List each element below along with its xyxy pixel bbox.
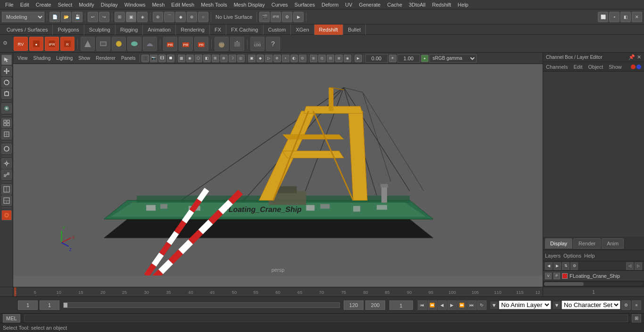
shelf-tab-fx[interactable]: FX (210, 24, 226, 35)
camera-btn3[interactable]: 🎞 (158, 55, 166, 62)
color-swatch-red[interactable] (631, 65, 636, 69)
shelf-tab-rendering[interactable]: Rendering (176, 24, 210, 35)
menu-redshift[interactable]: Redshift (429, 1, 454, 8)
object-type-7[interactable]: ⊙ (299, 55, 306, 62)
display-mode-8[interactable]: ◎ (237, 55, 245, 62)
menu-deform[interactable]: Deform (318, 1, 342, 8)
shelf-tab-animation[interactable]: Animation (143, 24, 176, 35)
command-line-input[interactable] (24, 315, 628, 322)
display-mode-2[interactable]: ◉ (186, 55, 194, 62)
char-set-settings[interactable]: ⚙ (621, 300, 631, 310)
vp-menu-renderer[interactable]: Renderer (93, 55, 118, 61)
rs-icon-11[interactable]: PR (179, 37, 193, 51)
menu-mesh[interactable]: Mesh (149, 1, 168, 8)
nurbs-circle-btn[interactable] (1, 144, 12, 154)
color-swatch-blue[interactable] (636, 65, 641, 69)
camera-btn4[interactable]: 🔲 (167, 55, 174, 62)
soft-select-btn[interactable] (1, 103, 12, 113)
render-view[interactable]: 🎬 (259, 12, 270, 22)
paint-sel[interactable]: ◈ (137, 12, 148, 22)
range-end-input[interactable] (344, 300, 363, 310)
layer-arrow-left[interactable]: ◀ (545, 262, 553, 270)
snap-view[interactable]: ⊗ (187, 12, 197, 22)
quick-layout-1[interactable] (1, 184, 12, 194)
command-expand-btn[interactable]: ⊞ (632, 314, 641, 323)
channel-tab-show[interactable]: Show (609, 63, 622, 71)
shelf-tab-rigging[interactable]: Rigging (116, 24, 143, 35)
close-panels[interactable]: ✕ (632, 12, 642, 22)
menu-windows[interactable]: Windows (121, 1, 149, 8)
rotate-tool-btn[interactable] (1, 77, 12, 88)
rs-icon-1[interactable]: RV (14, 37, 28, 51)
pb-step-back[interactable]: ⏪ (428, 300, 437, 310)
quick-layout-2[interactable] (1, 195, 12, 206)
menu-help[interactable]: Help (454, 1, 472, 8)
render-seq[interactable]: ▶ (293, 12, 304, 22)
display-mode-1[interactable]: ▦ (178, 55, 185, 62)
pivot-btn[interactable] (1, 158, 12, 169)
char-set-extra[interactable]: ≡ (632, 300, 641, 310)
rs-icon-15[interactable]: LOG (250, 37, 264, 51)
workspace-select[interactable]: Modeling (2, 12, 44, 22)
layout-btn2[interactable]: ◧ (620, 12, 631, 22)
unity-icon[interactable]: ⬜ (598, 12, 608, 22)
menu-edit[interactable]: Edit (17, 1, 33, 8)
menu-display[interactable]: Display (98, 1, 121, 8)
display-mode-3[interactable]: ⬡ (195, 55, 202, 62)
lasso-tool[interactable]: ▣ (126, 12, 136, 22)
move-tool-btn[interactable] (1, 66, 12, 76)
colorspace-icon[interactable]: ● (421, 55, 429, 62)
pb-prev-frame[interactable]: ◀ (438, 300, 447, 310)
vp-menu-lighting[interactable]: Lighting (54, 55, 75, 61)
gamma-icon[interactable]: ☀ (389, 55, 396, 62)
layer-arrow-right[interactable]: ▶ (553, 262, 561, 270)
select-tool[interactable]: ⊞ (115, 12, 125, 22)
layer-v-btn[interactable]: V (545, 273, 552, 279)
pb-go-end[interactable]: ⏭ (467, 300, 477, 310)
shelf-tab-xgen[interactable]: XGen (291, 24, 314, 35)
shelf-tab-curves-surfaces[interactable]: Curves / Surfaces (2, 24, 53, 35)
rs-icon-8[interactable] (127, 37, 141, 51)
rs-icon-5[interactable] (81, 37, 95, 51)
layer-nav-next[interactable]: ▷ (635, 262, 642, 270)
shelf-tab-custom[interactable]: Custom (264, 24, 291, 35)
dra-tab-anim[interactable]: Anim (602, 238, 624, 249)
anim-layer-select[interactable]: No Anim Layer (499, 300, 551, 309)
menu-cache[interactable]: Cache (384, 1, 405, 8)
script-lang-btn[interactable]: MEL (3, 314, 20, 323)
panel-close-btn[interactable]: ✕ (637, 54, 641, 60)
anim-layer-arrow[interactable]: ▼ (490, 301, 498, 309)
ipr-btn[interactable]: IPR (271, 12, 281, 22)
channel-tab-object[interactable]: Object (588, 63, 603, 71)
pb-go-start[interactable]: ⏮ (418, 300, 427, 310)
layers-menu-options[interactable]: Options (563, 253, 581, 259)
rs-icon-9[interactable] (143, 37, 157, 51)
rs-icon-13[interactable] (215, 37, 229, 51)
object-type-4[interactable]: ⊛ (273, 55, 281, 62)
menu-surfaces[interactable]: Surfaces (291, 1, 318, 8)
menu-generate[interactable]: Generate (355, 1, 384, 8)
scale-tool-btn[interactable] (1, 89, 12, 99)
object-type-5[interactable]: ⦁ (282, 55, 289, 62)
dra-tab-display[interactable]: Display (545, 238, 572, 249)
channel-tab-edit[interactable]: Edit (573, 63, 582, 71)
dra-tab-render[interactable]: Render (573, 238, 601, 249)
isolate-btn[interactable]: ▶ (355, 55, 362, 62)
redo-btn[interactable]: ↪ (99, 12, 109, 22)
menu-modify[interactable]: Modify (75, 1, 97, 8)
camera-btn1[interactable]: 🎥 (141, 55, 149, 62)
shelf-tab-sculpting[interactable]: Sculpting (84, 24, 116, 35)
rs-icon-7[interactable] (112, 37, 126, 51)
object-type-2[interactable]: ◆ (256, 55, 264, 62)
save-btn[interactable]: 💾 (72, 12, 83, 22)
channel-tab-channels[interactable]: Channels (546, 63, 568, 71)
colorspace-select[interactable]: sRGB gamma (429, 54, 477, 63)
layer-p-btn[interactable]: P (553, 273, 560, 279)
menu-curves[interactable]: Curves (268, 1, 291, 8)
shelf-tab-redshift[interactable]: Redshift (314, 24, 343, 35)
shelf-tab-polygons[interactable]: Polygons (53, 24, 84, 35)
gamma-input[interactable] (365, 54, 388, 63)
total-frames-input[interactable] (365, 300, 385, 310)
render-ctrl4[interactable]: ⊠ (335, 55, 343, 62)
char-set-arrow[interactable]: ▼ (553, 301, 561, 309)
